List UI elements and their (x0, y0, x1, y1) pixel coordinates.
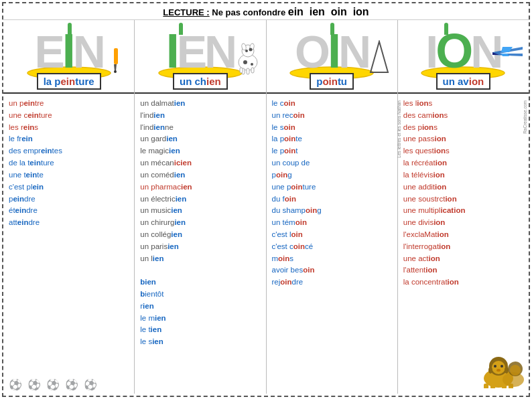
svg-rect-16 (251, 68, 254, 73)
svg-marker-18 (371, 42, 388, 72)
svg-rect-14 (247, 68, 249, 74)
list-item: un pharmacien (140, 181, 260, 193)
list-item: la pointe (272, 133, 392, 145)
list-item: un témoin (272, 217, 392, 229)
list-item: peindre (9, 193, 129, 206)
svg-rect-30 (484, 384, 488, 388)
big-letters-ien: IEN (166, 23, 235, 78)
word-list-oin: le coin un recoin le soin la pointe le p… (267, 94, 397, 394)
svg-rect-32 (502, 385, 507, 388)
list-item: le tien (140, 324, 260, 336)
list-item: des pions (403, 122, 515, 134)
list-item: éteindre (9, 205, 129, 217)
columns-container: EIN la peinture (3, 20, 529, 394)
title-bar: LECTURE : Ne pas confondre ein ien oin i… (3, 3, 529, 20)
paintbrush-icon (102, 47, 129, 74)
list-item: un lien (140, 253, 260, 265)
svg-point-27 (494, 365, 496, 368)
soccer-ball-3: ⚽ (46, 378, 60, 391)
list-item: un parisien (140, 241, 260, 253)
list-item: c'est plein (9, 181, 129, 193)
list-item: bientôt (140, 289, 260, 301)
green-bar-top-ion (444, 23, 448, 35)
list-item: l'indien (140, 110, 260, 122)
list-item: la télévision (403, 169, 515, 181)
list-item: une multiplication (403, 205, 515, 217)
column-ein: EIN la peinture (3, 20, 135, 394)
list-item: c'est coincé (272, 241, 392, 253)
dog-icon (233, 39, 263, 76)
green-bar-top-ien (179, 23, 183, 35)
list-item: un musicien (140, 205, 260, 217)
list-item: une pointure (272, 181, 392, 193)
list-item: le point (272, 145, 392, 157)
list-item: l'interrogation (403, 241, 515, 253)
list-item: l'attention (403, 264, 515, 276)
svg-rect-31 (490, 385, 495, 388)
svg-point-9 (245, 50, 248, 52)
word-label-ion: un avion (436, 73, 491, 90)
list-item: bien (140, 276, 260, 289)
list-item: la concentration (403, 276, 515, 289)
list-item: rien (140, 301, 260, 313)
svg-point-10 (249, 48, 252, 52)
list-item: un collégien (140, 229, 260, 241)
list-item: un coup de (272, 157, 392, 169)
soccer-ball-2: ⚽ (27, 378, 41, 391)
svg-point-3 (114, 70, 117, 73)
list-item: poing (272, 169, 392, 181)
list-item: l'exclaMation (403, 229, 515, 241)
list-item: les questions (403, 145, 515, 157)
list-item: des camions (403, 110, 515, 122)
footer-icons-ein: ⚽ ⚽ ⚽ ⚽ ⚽ (3, 376, 134, 394)
header-ein: EIN la peinture (3, 20, 134, 94)
airplane-icon (489, 40, 526, 64)
soccer-ball-4: ⚽ (65, 378, 78, 391)
green-bar-top-ein (68, 23, 72, 35)
svg-rect-15 (240, 68, 243, 73)
svg-point-26 (492, 361, 505, 374)
header-ion: ION un avion (398, 20, 529, 94)
list-item: une division (403, 217, 515, 229)
list-item: un recoin (272, 110, 392, 122)
svg-rect-1 (114, 48, 118, 64)
svg-point-38 (510, 365, 521, 376)
list-item: du shampoing (272, 205, 392, 217)
watermark: RaCreatisse.com (523, 100, 527, 134)
column-ion: ION un avion les lions d (398, 20, 529, 394)
list-item: le mien (140, 313, 260, 325)
list-item: moins (272, 253, 392, 265)
green-bar-top-oin (330, 23, 334, 35)
spike-icon (369, 40, 389, 74)
list-item: c'est loin (272, 229, 392, 241)
soccer-ball-5: ⚽ (84, 378, 97, 391)
main-container: LECTURE : Ne pas confondre ein ien oin i… (2, 2, 530, 397)
title-instruction: Ne pas confondre (212, 7, 287, 17)
list-item: le frein (9, 133, 129, 145)
list-item: un chirurgien (140, 217, 260, 229)
header-ien: IEN (135, 20, 265, 94)
svg-point-11 (243, 60, 247, 64)
list-item: les reins (9, 122, 129, 134)
list-item: une soustrction (403, 193, 515, 206)
list-item: le sien (140, 336, 260, 348)
word-list-ion: les lions des camions des pions une pass… (398, 94, 529, 394)
list-item: le coin (272, 98, 392, 110)
list-item: le soin (272, 122, 392, 134)
list-item: un dalmatien (140, 98, 260, 110)
header-oin: OIN pointu (267, 20, 397, 94)
column-ien: IEN (135, 20, 266, 394)
highlight-ein: ein (61, 76, 76, 87)
svg-point-35 (505, 367, 509, 374)
list-item: une ceinture (9, 110, 129, 122)
list-item: un peintre (9, 98, 129, 110)
list-item: avoir besoin (272, 264, 392, 276)
credits: Les lettres et les sons Nathan (397, 100, 401, 158)
svg-point-28 (501, 365, 503, 368)
list-item: un mécanicien (140, 157, 260, 169)
list-item: une addition (403, 181, 515, 193)
lion-icon (472, 351, 525, 388)
list-item: un gardien (140, 133, 260, 145)
list-item: un comédien (140, 169, 260, 181)
svg-point-29 (496, 369, 501, 372)
